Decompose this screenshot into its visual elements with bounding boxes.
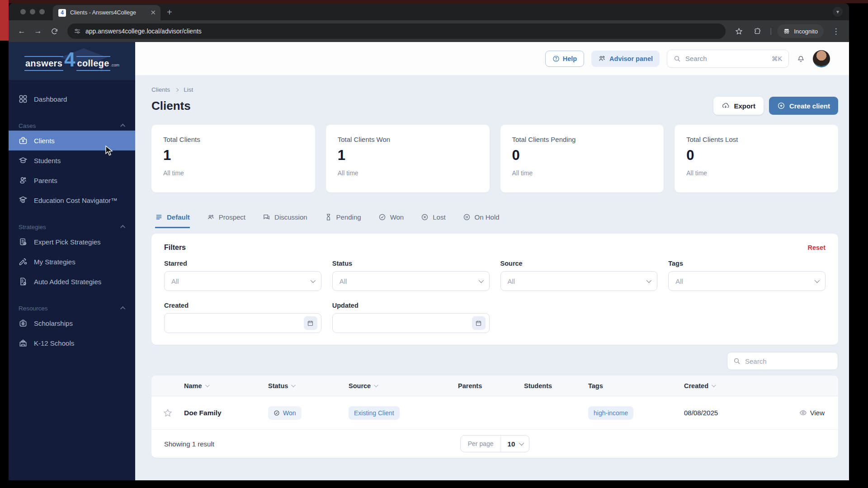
incognito-icon [783, 28, 790, 35]
updated-date-input[interactable] [332, 313, 490, 333]
tab-label: On Hold [475, 213, 500, 221]
back-icon[interactable]: ← [15, 24, 28, 38]
created-cell: 08/08/2025 [684, 409, 788, 417]
sidebar-item-clients[interactable]: Clients [9, 131, 135, 150]
advisor-panel-button[interactable]: Advisor panel [591, 51, 660, 67]
tab-label: Default [167, 213, 190, 221]
close-window-button[interactable] [20, 9, 26, 14]
calendar-icon[interactable] [472, 316, 486, 330]
stat-period: All time [512, 169, 652, 177]
tab-label: Prospect [219, 213, 245, 221]
tab-search-chevron-icon[interactable]: ▾ [833, 7, 843, 17]
sidebar-item-label: My Strategies [34, 258, 75, 266]
sidebar-item-k12-schools[interactable]: K-12 Schools [9, 333, 135, 353]
per-page-select[interactable]: 10 [501, 440, 529, 448]
site-settings-icon[interactable] [74, 28, 81, 35]
sidebar-section-cases[interactable]: Cases [9, 121, 135, 131]
shortcut-hint: ⌘K [772, 55, 782, 62]
browser-menu-icon[interactable]: ⋮ [829, 24, 843, 38]
starred-select[interactable]: All [164, 271, 321, 291]
sidebar-item-scholarships[interactable]: Scholarships [9, 313, 135, 333]
sidebar-item-education-cost-navigator[interactable]: Education Cost Navigator™ [9, 190, 135, 210]
help-button[interactable]: Help [545, 51, 584, 67]
tab-label: Pending [336, 213, 361, 221]
sidebar-section-strategies[interactable]: Strategies [9, 222, 135, 232]
column-header-created[interactable]: Created [684, 382, 788, 389]
view-button[interactable]: View [788, 409, 838, 417]
created-date-input[interactable] [164, 313, 321, 333]
per-page-label: Per page [461, 436, 501, 452]
sidebar-item-students[interactable]: Students [9, 150, 135, 170]
chevron-down-icon [311, 278, 316, 283]
tab-pending[interactable]: Pending [325, 213, 361, 228]
source-badge: Existing Client [349, 406, 400, 420]
browser-window: 4 Clients - Answers4College ✕ + ▾ ← → ap… [9, 3, 849, 480]
tab-discussion[interactable]: Discussion [263, 213, 307, 228]
sidebar-item-label: Expert Pick Strategies [34, 238, 101, 246]
tab-title: Clients - Answers4College [70, 9, 147, 16]
forward-icon[interactable]: → [31, 24, 45, 38]
sidebar-item-my-strategies[interactable]: My Strategies [9, 252, 135, 272]
sidebar-item-auto-added-strategies[interactable]: Auto Added Strategies [9, 272, 135, 291]
section-label: Cases [19, 122, 36, 129]
browser-toolbar: ← → app.answers4college.local/advisor/cl… [9, 20, 849, 42]
tab-lost[interactable]: Lost [421, 213, 445, 228]
global-search-input[interactable]: Search ⌘K [667, 50, 789, 68]
chat-icon [263, 213, 270, 221]
window-controls[interactable] [20, 9, 45, 14]
sidebar-item-expert-pick-strategies[interactable]: Expert Pick Strategies [9, 232, 135, 252]
sidebar-item-parents[interactable]: Parents [9, 170, 135, 190]
sidebar-item-label: Scholarships [34, 319, 73, 327]
table-search-input[interactable]: Search [727, 352, 838, 370]
select-value: All [508, 277, 515, 285]
stat-value: 1 [163, 147, 303, 164]
column-header-name[interactable]: Name [184, 382, 268, 389]
tab-close-icon[interactable]: ✕ [150, 9, 156, 17]
per-page-control[interactable]: Per page 10 [460, 435, 530, 452]
column-header-source[interactable]: Source [349, 382, 458, 389]
bookmark-star-icon[interactable] [732, 24, 745, 38]
new-tab-button[interactable]: + [167, 8, 172, 17]
column-header-status[interactable]: Status [268, 382, 349, 389]
breadcrumb-list: List [184, 86, 193, 93]
status-badge: Won [268, 406, 302, 420]
sidebar-section-resources[interactable]: Resources [9, 303, 135, 313]
breadcrumb-clients[interactable]: Clients [151, 86, 170, 93]
chevron-down-icon [519, 441, 524, 446]
star-icon[interactable] [151, 408, 184, 418]
tab-default[interactable]: Default [155, 213, 190, 228]
stats-cards: Total Clients 1 All time Total Clients W… [151, 125, 838, 192]
tags-select[interactable]: All [668, 271, 826, 291]
export-label: Export [734, 102, 755, 110]
status-select[interactable]: All [332, 271, 490, 291]
browser-tab[interactable]: 4 Clients - Answers4College ✕ [53, 5, 160, 20]
chevron-down-icon [478, 278, 483, 283]
maximize-window-button[interactable] [39, 9, 45, 14]
app-root: answers 4 college .com Dashboard Cases [9, 42, 849, 480]
tab-won[interactable]: Won [378, 213, 404, 228]
prospect-people-icon [207, 213, 215, 221]
extensions-icon[interactable] [751, 24, 764, 38]
sort-chevron-icon [205, 383, 209, 387]
table-row[interactable]: Doe Family Won Existing Client [151, 396, 838, 430]
url-bar[interactable]: app.answers4college.local/advisor/client… [67, 23, 726, 39]
chevron-down-icon [815, 278, 820, 283]
minimize-window-button[interactable] [30, 9, 35, 14]
sidebar-item-dashboard[interactable]: Dashboard [9, 89, 135, 109]
pen-icon [19, 257, 28, 266]
create-client-button[interactable]: Create client [769, 97, 838, 115]
client-name[interactable]: Doe Family [184, 409, 268, 417]
main-area: Help Advisor panel Search ⌘K [135, 42, 849, 480]
reload-icon[interactable] [47, 24, 61, 38]
export-button[interactable]: Export [713, 97, 764, 115]
tab-on-hold[interactable]: On Hold [463, 213, 500, 228]
notifications-bell-icon[interactable] [796, 54, 806, 63]
reset-filters-link[interactable]: Reset [808, 244, 826, 251]
stat-period: All time [686, 169, 826, 177]
calendar-icon[interactable] [304, 316, 317, 330]
source-select[interactable]: All [500, 271, 658, 291]
logo[interactable]: answers 4 college .com [9, 42, 135, 80]
user-avatar[interactable] [813, 50, 830, 67]
tab-prospect[interactable]: Prospect [207, 213, 245, 228]
briefcase-icon [19, 136, 28, 145]
